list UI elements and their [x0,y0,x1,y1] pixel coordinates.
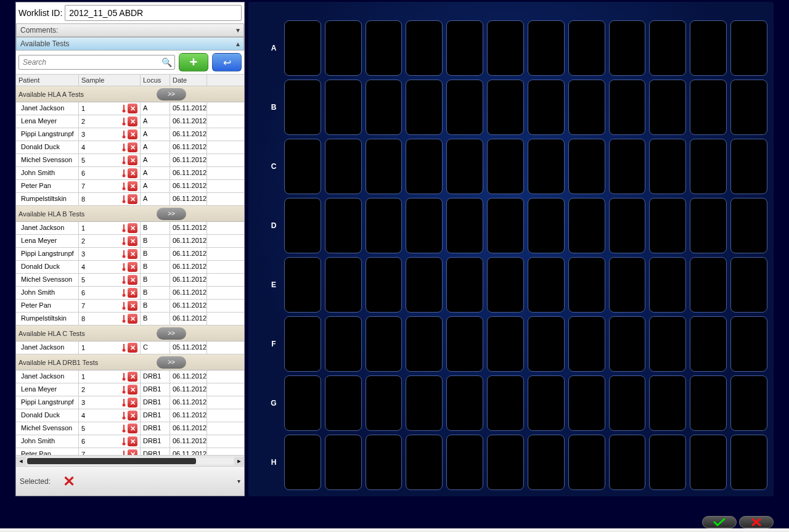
plate-well[interactable] [690,435,727,490]
plate-well[interactable] [487,435,524,490]
plate-well[interactable] [284,80,321,135]
plate-well[interactable] [325,257,362,313]
plate-well[interactable] [528,198,565,253]
col-header-date[interactable]: Date [170,75,207,86]
table-row[interactable]: Donald Duck4✕B06.11.2012 [16,261,244,274]
plate-well[interactable] [406,435,443,490]
plate-well[interactable] [609,198,646,253]
plate-well[interactable] [730,375,767,431]
plate-well[interactable] [528,257,565,313]
plate-well[interactable] [366,375,403,431]
plate-well[interactable] [446,198,483,253]
plate-well[interactable] [649,375,686,431]
cancel-button[interactable] [739,516,774,528]
thermometer-icon[interactable] [121,314,126,323]
plate-well[interactable] [366,139,403,194]
plate-well[interactable] [325,20,362,76]
delete-row-button[interactable]: ✕ [128,301,137,311]
delete-row-button[interactable]: ✕ [128,449,137,455]
plate-well[interactable] [609,435,646,490]
thermometer-icon[interactable] [121,276,126,284]
col-header-locus[interactable]: Locus [141,75,170,86]
delete-row-button[interactable]: ✕ [128,385,137,395]
plate-well[interactable] [528,20,565,76]
plate-well[interactable] [568,20,605,76]
table-row[interactable]: Pippi Langstrunpf3✕DRB106.11.2012 [16,396,244,409]
thermometer-icon[interactable] [121,130,126,139]
table-row[interactable]: Lena Meyer2✕DRB106.11.2012 [16,383,244,396]
delete-row-button[interactable]: ✕ [128,424,137,433]
plate-well[interactable] [487,80,524,135]
plate-well[interactable] [325,375,362,431]
assign-all-button[interactable]: >> [157,208,186,220]
thermometer-icon[interactable] [121,343,126,352]
plate-well[interactable] [528,316,565,372]
table-row[interactable]: Donald Duck4✕A06.11.2012 [16,141,244,154]
delete-row-button[interactable]: ✕ [128,117,137,126]
table-row[interactable]: Peter Pan7✕A06.11.2012 [16,180,244,193]
plate-well[interactable] [446,80,483,135]
plate-well[interactable] [325,198,362,253]
thermometer-icon[interactable] [121,263,126,271]
assign-all-button[interactable]: >> [157,356,186,369]
selected-panel[interactable]: Selected: ✕ ▾ [16,466,244,496]
table-row[interactable]: Rumpelstiltskin8✕B06.11.2012 [16,313,244,325]
table-row[interactable]: Lena Meyer2✕A06.11.2012 [16,115,244,128]
plate-well[interactable] [690,316,727,372]
col-header-sample[interactable]: Sample [79,75,141,86]
plate-well[interactable] [609,375,646,431]
thermometer-icon[interactable] [121,156,126,165]
plate-well[interactable] [649,80,686,135]
delete-row-button[interactable]: ✕ [128,223,137,233]
thermometer-icon[interactable] [121,372,126,381]
search-input[interactable] [22,55,161,69]
plate-well[interactable] [528,139,565,194]
plate-well[interactable] [284,257,321,313]
scroll-right-icon[interactable]: ► [234,457,244,465]
worklist-id-input[interactable] [65,5,242,21]
plate-well[interactable] [609,139,646,194]
plate-well[interactable] [487,257,524,313]
plate-well[interactable] [649,316,686,372]
table-body[interactable]: Available HLA A Tests>>Janet Jackson1✕A0… [16,86,244,455]
plate-well[interactable] [325,80,362,135]
plate-well[interactable] [406,80,443,135]
delete-row-button[interactable]: ✕ [128,129,137,139]
plate-well[interactable] [568,139,605,194]
plate-well[interactable] [609,80,646,135]
plate-well[interactable] [366,435,403,490]
thermometer-icon[interactable] [121,411,126,420]
assign-all-button[interactable]: >> [157,88,186,100]
plate-well[interactable] [366,316,403,372]
plate-well[interactable] [568,375,605,431]
thermometer-icon[interactable] [121,289,126,297]
delete-row-button[interactable]: ✕ [128,104,137,113]
plate-well[interactable] [284,139,321,194]
delete-row-button[interactable]: ✕ [128,168,137,178]
table-row[interactable]: Michel Svensson5✕DRB106.11.2012 [16,422,244,435]
plate-well[interactable] [284,316,321,372]
plate-well[interactable] [730,80,767,135]
plate-well[interactable] [325,316,362,372]
table-row[interactable]: John Smith6✕B06.11.2012 [16,287,244,300]
plate-well[interactable] [406,375,443,431]
plate-well[interactable] [730,20,767,76]
delete-row-button[interactable]: ✕ [128,436,137,446]
table-row[interactable]: Michel Svensson5✕B06.11.2012 [16,274,244,287]
plate-well[interactable] [284,198,321,253]
delete-row-button[interactable]: ✕ [128,181,137,191]
available-tests-header[interactable]: Available Tests ▴ [16,37,244,51]
plate-well[interactable] [528,375,565,431]
table-row[interactable]: Peter Pan7✕DRB106.11.2012 [16,448,244,455]
plate-well[interactable] [690,198,727,253]
delete-row-button[interactable]: ✕ [128,314,137,324]
plate-well[interactable] [528,435,565,490]
delete-row-button[interactable]: ✕ [128,194,137,204]
plate-well[interactable] [406,20,443,76]
plate-well[interactable] [446,20,483,76]
plate-well[interactable] [690,139,727,194]
plate-well[interactable] [406,316,443,372]
thermometer-icon[interactable] [121,182,126,190]
plate-well[interactable] [366,257,403,313]
table-row[interactable]: Janet Jackson1✕DRB106.11.2012 [16,370,244,383]
